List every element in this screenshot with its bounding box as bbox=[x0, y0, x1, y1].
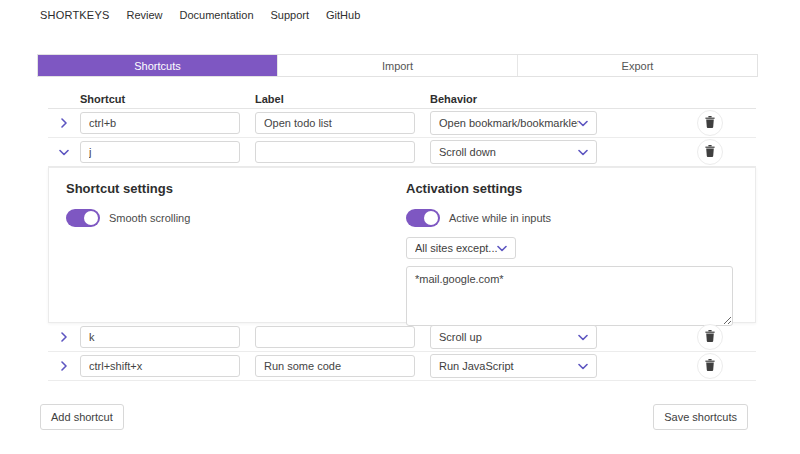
behavior-select-value: Scroll down bbox=[439, 146, 496, 158]
top-nav: SHORTKEYS Review Documentation Support G… bbox=[0, 0, 800, 21]
smooth-scrolling-toggle[interactable] bbox=[66, 209, 100, 227]
tab-shortcuts[interactable]: Shortcuts bbox=[38, 55, 277, 76]
tab-bar: Shortcuts Import Export bbox=[37, 54, 758, 77]
behavior-select-value: Run JavaScript bbox=[439, 360, 514, 372]
delete-shortcut-button[interactable] bbox=[697, 110, 723, 136]
row-expander[interactable] bbox=[48, 327, 80, 347]
shortcut-input[interactable] bbox=[80, 326, 240, 348]
chevron-down-icon bbox=[578, 149, 588, 156]
trash-icon bbox=[705, 145, 715, 160]
header-shortcut: Shortcut bbox=[80, 93, 255, 105]
activation-settings-title: Activation settings bbox=[406, 181, 733, 196]
chevron-down-icon bbox=[497, 245, 507, 252]
shortcut-input[interactable] bbox=[80, 355, 240, 377]
tab-export[interactable]: Export bbox=[517, 55, 757, 76]
header-behavior: Behavior bbox=[430, 93, 756, 105]
table-row: Run JavaScript bbox=[48, 352, 756, 381]
smooth-scrolling-label: Smooth scrolling bbox=[109, 212, 190, 224]
chevron-down-icon bbox=[578, 334, 588, 341]
add-shortcut-button[interactable]: Add shortcut bbox=[40, 404, 124, 430]
nav-link-review[interactable]: Review bbox=[126, 9, 162, 21]
footer-actions: Add shortcut Save shortcuts bbox=[0, 404, 800, 430]
delete-shortcut-button[interactable] bbox=[697, 139, 723, 165]
label-input[interactable] bbox=[255, 112, 415, 134]
chevron-down-icon bbox=[59, 149, 69, 156]
table-row: Scroll down bbox=[48, 138, 756, 167]
chevron-down-icon bbox=[578, 120, 588, 127]
chevron-down-icon bbox=[578, 363, 588, 370]
nav-link-documentation[interactable]: Documentation bbox=[180, 9, 254, 21]
trash-icon bbox=[705, 359, 715, 374]
active-in-inputs-toggle[interactable] bbox=[406, 209, 440, 227]
behavior-select-value: Open bookmark/bookmarklet in cu bbox=[439, 117, 578, 129]
trash-icon bbox=[705, 330, 715, 345]
row-expander[interactable] bbox=[48, 356, 80, 376]
nav-link-github[interactable]: GitHub bbox=[326, 9, 360, 21]
behavior-select[interactable]: Run JavaScript bbox=[430, 354, 597, 378]
table-row: Open bookmark/bookmarklet in cu bbox=[48, 109, 756, 138]
behavior-select-value: Scroll up bbox=[439, 331, 482, 343]
label-input[interactable] bbox=[255, 326, 415, 348]
tab-import[interactable]: Import bbox=[277, 55, 517, 76]
chevron-right-icon bbox=[60, 118, 68, 128]
toggle-knob bbox=[84, 211, 98, 225]
chevron-right-icon bbox=[60, 361, 68, 371]
nav-link-support[interactable]: Support bbox=[271, 9, 310, 21]
toggle-knob bbox=[424, 211, 438, 225]
row-expander[interactable] bbox=[48, 142, 80, 162]
row-expander[interactable] bbox=[48, 113, 80, 133]
active-in-inputs-label: Active while in inputs bbox=[449, 212, 551, 224]
chevron-right-icon bbox=[60, 332, 68, 342]
shortcut-input[interactable] bbox=[80, 141, 240, 163]
shortcut-input[interactable] bbox=[80, 112, 240, 134]
table-header: Shortcut Label Behavior bbox=[48, 90, 756, 109]
header-label: Label bbox=[255, 93, 430, 105]
save-shortcuts-button[interactable]: Save shortcuts bbox=[653, 404, 748, 430]
delete-shortcut-button[interactable] bbox=[697, 324, 723, 350]
sites-mode-value: All sites except... bbox=[415, 242, 497, 254]
delete-shortcut-button[interactable] bbox=[697, 353, 723, 379]
behavior-select[interactable]: Scroll up bbox=[430, 325, 597, 349]
label-input[interactable] bbox=[255, 141, 415, 163]
behavior-select[interactable]: Scroll down bbox=[430, 140, 597, 164]
sites-list-textarea[interactable]: *mail.google.com* bbox=[406, 266, 733, 326]
sites-mode-select[interactable]: All sites except... bbox=[406, 237, 516, 259]
shortcut-settings-panel: Shortcut settings Smooth scrolling Activ… bbox=[48, 167, 756, 323]
label-input[interactable] bbox=[255, 355, 415, 377]
shortcut-settings-title: Shortcut settings bbox=[66, 181, 406, 196]
brand-title: SHORTKEYS bbox=[40, 9, 109, 21]
behavior-select[interactable]: Open bookmark/bookmarklet in cu bbox=[430, 111, 597, 135]
shortcuts-table: Shortcut Label Behavior Open bookmark/bo… bbox=[48, 90, 756, 381]
trash-icon bbox=[705, 116, 715, 131]
